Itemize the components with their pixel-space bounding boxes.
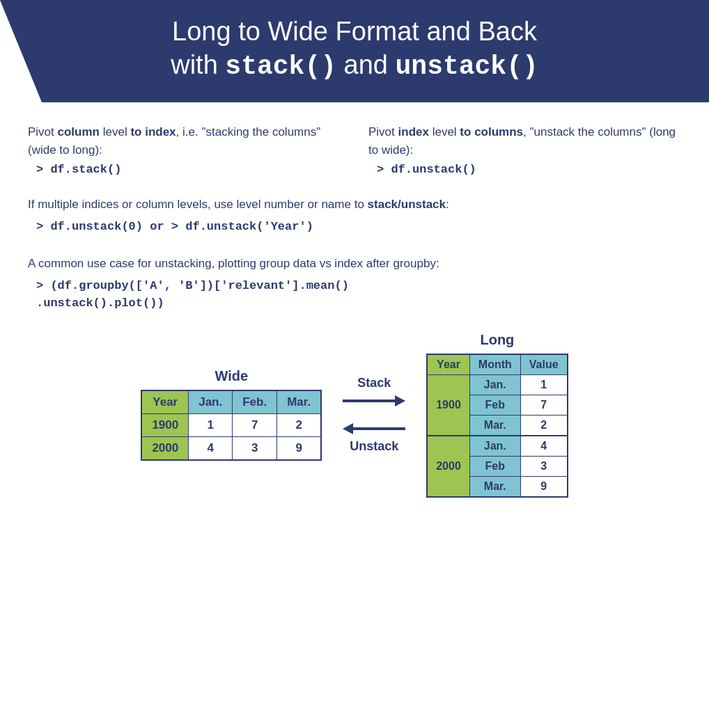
long-val-mar-2000: 9 xyxy=(520,476,567,497)
long-val-mar-1900: 2 xyxy=(520,415,567,436)
svg-marker-1 xyxy=(395,395,405,406)
right-desc-text: Pivot index level to columns, "unstack t… xyxy=(368,123,681,159)
diagram-section: Wide Year Jan. Feb. Mar. 1900 1 7 2 xyxy=(28,332,681,498)
wide-mar-1900: 2 xyxy=(277,414,322,437)
multi-code: > df.unstack(0) or > df.unstack('Year') xyxy=(28,218,681,236)
svg-marker-3 xyxy=(343,423,353,434)
wide-col-jan: Jan. xyxy=(189,390,233,414)
two-col-desc: Pivot column level to index, i.e. "stack… xyxy=(28,123,681,176)
long-container: Long Year Month Value 1900 Jan. 1 xyxy=(426,332,568,498)
multi-code-line: > df.unstack(0) or > df.unstack('Year') xyxy=(36,220,313,233)
long-val-jan-2000: 4 xyxy=(520,436,567,457)
long-row-1900-jan: 1900 Jan. 1 xyxy=(427,374,567,395)
multi-indices-block: If multiple indices or column levels, us… xyxy=(28,196,681,235)
wide-row-1900: 1900 1 7 2 xyxy=(141,414,321,437)
multi-desc-text: If multiple indices or column levels, us… xyxy=(28,196,681,214)
wide-header-row: Year Jan. Feb. Mar. xyxy=(141,390,321,414)
long-month-jan-2000: Jan. xyxy=(469,436,520,457)
long-col-value: Value xyxy=(520,354,567,375)
main-content: Pivot column level to index, i.e. "stack… xyxy=(0,123,709,525)
long-table: Year Month Value 1900 Jan. 1 Feb 7 xyxy=(426,354,568,498)
wide-feb-2000: 3 xyxy=(233,437,277,461)
long-month-jan-1900: Jan. xyxy=(469,374,520,395)
groupby-block: A common use case for unstacking, plotti… xyxy=(28,255,681,312)
long-label: Long xyxy=(480,332,514,348)
header-banner: Long to Wide Format and Back with stack(… xyxy=(0,0,709,102)
wide-jan-2000: 4 xyxy=(189,437,233,461)
wide-year-1900: 1900 xyxy=(141,414,188,437)
long-month-mar-1900: Mar. xyxy=(469,415,520,436)
long-val-feb-1900: 7 xyxy=(520,395,567,415)
header-unstack: unstack() xyxy=(396,52,538,81)
long-val-feb-2000: 3 xyxy=(520,456,567,476)
long-month-feb-1900: Feb xyxy=(469,395,520,415)
header-line2-with: with xyxy=(171,50,225,79)
stack-code: > df.stack() xyxy=(28,163,341,176)
unstack-label: Unstack xyxy=(350,439,398,454)
wide-col-mar: Mar. xyxy=(277,390,322,414)
wide-col-feb: Feb. xyxy=(233,390,277,414)
groupby-desc-text: A common use case for unstacking, plotti… xyxy=(28,255,681,273)
wide-row-2000: 2000 4 3 9 xyxy=(141,437,321,461)
wide-jan-1900: 1 xyxy=(189,414,233,437)
long-year-1900: 1900 xyxy=(427,374,469,436)
long-row-2000-jan: 2000 Jan. 4 xyxy=(427,436,567,457)
stack-label: Stack xyxy=(357,376,391,390)
left-col: Pivot column level to index, i.e. "stack… xyxy=(28,123,341,176)
long-col-month: Month xyxy=(469,354,520,375)
wide-feb-1900: 7 xyxy=(233,414,277,437)
long-month-mar-2000: Mar. xyxy=(469,476,520,497)
long-val-jan-1900: 1 xyxy=(520,374,567,395)
groupby-code-line1: > (df.groupby(['A', 'B'])['relevant'].me… xyxy=(36,279,349,292)
wide-mar-2000: 9 xyxy=(277,437,322,461)
long-col-year: Year xyxy=(427,354,469,375)
groupby-code: > (df.groupby(['A', 'B'])['relevant'].me… xyxy=(28,277,681,312)
long-header-row: Year Month Value xyxy=(427,354,567,375)
left-desc-text: Pivot column level to index, i.e. "stack… xyxy=(28,123,341,159)
right-arrow xyxy=(343,393,405,409)
header-stack: stack() xyxy=(225,52,336,81)
header-line1: Long to Wide Format and Back xyxy=(172,17,537,46)
wide-year-2000: 2000 xyxy=(141,437,188,461)
wide-col-year: Year xyxy=(141,390,188,414)
header-and: and xyxy=(336,50,396,79)
arrow-container: Stack Unstack xyxy=(343,376,405,454)
header-title: Long to Wide Format and Back with stack(… xyxy=(28,15,681,83)
long-year-2000: 2000 xyxy=(427,436,469,497)
unstack-arrow-row: Unstack xyxy=(343,421,405,454)
wide-table: Year Jan. Feb. Mar. 1900 1 7 2 2000 xyxy=(141,390,322,461)
stack-arrow-row: Stack xyxy=(343,376,405,409)
left-arrow xyxy=(343,421,405,436)
wide-label: Wide xyxy=(215,368,248,384)
wide-container: Wide Year Jan. Feb. Mar. 1900 1 7 2 xyxy=(141,368,322,461)
groupby-code-line2: .unstack().plot()) xyxy=(36,296,164,310)
unstack-code: > df.unstack() xyxy=(368,163,681,176)
long-month-feb-2000: Feb xyxy=(469,456,520,476)
right-col: Pivot index level to columns, "unstack t… xyxy=(368,123,681,176)
